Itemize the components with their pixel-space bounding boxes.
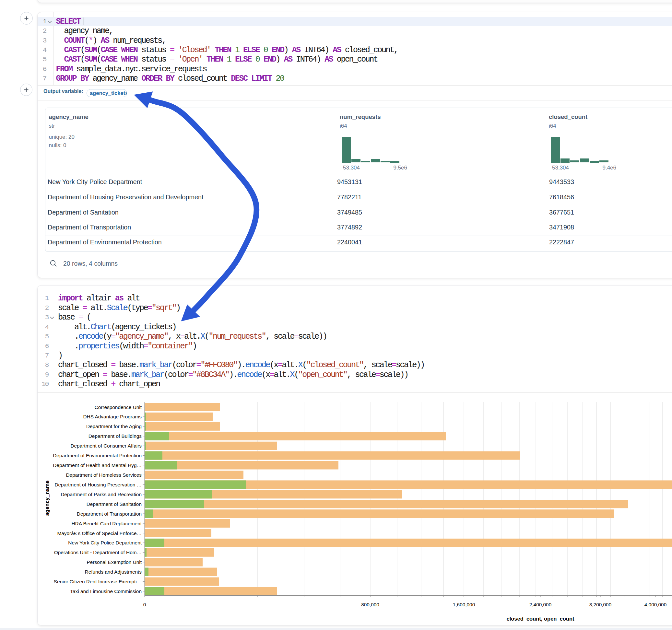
svg-text:Department of Health and Menta: Department of Health and Mental Hyg…: [53, 462, 142, 468]
svg-text:0: 0: [143, 602, 146, 607]
svg-text:Correspondence Unit: Correspondence Unit: [95, 405, 142, 410]
svg-text:Department of Consumer Affairs: Department of Consumer Affairs: [70, 443, 142, 449]
svg-text:4,000,000: 4,000,000: [644, 602, 667, 607]
svg-text:Mayorâ€ s Office of Special En: Mayorâ€ s Office of Special Enforce…: [57, 531, 142, 536]
svg-text:Taxi and Limousine Commission: Taxi and Limousine Commission: [70, 588, 142, 594]
svg-text:Refunds and Adjustments: Refunds and Adjustments: [85, 569, 142, 575]
svg-text:DHS Advantage Programs: DHS Advantage Programs: [83, 414, 142, 419]
svg-text:800,000: 800,000: [361, 602, 379, 607]
svg-text:Department of Housing Preserva: Department of Housing Preservation …: [54, 482, 142, 487]
svg-text:Department of Sanitation: Department of Sanitation: [87, 501, 142, 507]
svg-text:3,200,000: 3,200,000: [589, 602, 611, 607]
svg-text:Department for the Aging: Department for the Aging: [86, 423, 142, 429]
svg-text:Department of Environmental Pr: Department of Environmental Protection: [53, 453, 142, 458]
svg-text:agency_name: agency_name: [44, 480, 50, 516]
svg-text:HRA Benefit Card Replacement: HRA Benefit Card Replacement: [72, 521, 142, 526]
svg-text:1,600,000: 1,600,000: [453, 602, 475, 607]
svg-text:2,400,000: 2,400,000: [529, 602, 551, 607]
svg-text:Personal Exemption Unit: Personal Exemption Unit: [87, 559, 142, 565]
svg-text:Department of Buildings: Department of Buildings: [89, 433, 142, 439]
svg-text:Department of Parks and Recrea: Department of Parks and Recreation: [61, 492, 142, 497]
svg-text:Senior Citizen Rent Increase E: Senior Citizen Rent Increase Exempti…: [54, 579, 142, 584]
svg-text:New York City Police Departmen: New York City Police Department: [68, 540, 142, 546]
svg-text:Department of Transportation: Department of Transportation: [77, 511, 142, 516]
svg-text:closed_count, open_count: closed_count, open_count: [506, 616, 574, 622]
svg-text:Operations Unit - Department o: Operations Unit - Department of Hom…: [54, 550, 142, 555]
svg-text:Department of Homeless Service: Department of Homeless Services: [66, 472, 142, 478]
